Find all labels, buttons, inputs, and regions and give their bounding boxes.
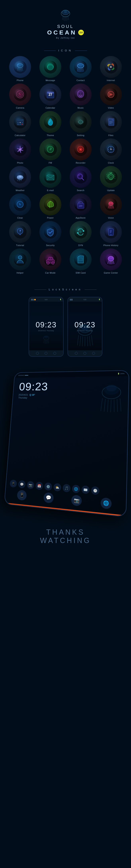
appstore-label: AppStore xyxy=(76,217,86,219)
phone-screen-2: 09:23 2015/4/21 Thursday xyxy=(68,302,102,350)
icon-item-tutorial[interactable]: ? Tutorial xyxy=(6,221,34,247)
svg-point-122 xyxy=(79,231,81,233)
ocean-text: OCEAN xyxy=(47,29,77,36)
icon-item-calendar[interactable]: 27 NOV Calendar xyxy=(36,84,65,109)
clock-label: Clock xyxy=(108,162,114,164)
svg-point-42 xyxy=(22,124,23,125)
svg-point-28 xyxy=(81,93,83,94)
icon-item-power[interactable]: Power xyxy=(36,193,65,219)
icon-item-voice[interactable]: Voice xyxy=(97,193,125,219)
icon-item-security[interactable]: Security xyxy=(36,221,65,247)
message-icon-circle xyxy=(39,56,61,78)
calculator-icon-circle xyxy=(9,111,31,133)
gamecenter-label: Game Center xyxy=(104,272,118,274)
icon-item-message[interactable]: Message xyxy=(36,56,65,82)
icon-item-syn[interactable]: SYN xyxy=(66,221,95,247)
jellyfish-logo xyxy=(60,8,71,22)
phone-screen-1: 09:23 2015/4/21 Thursday xyxy=(29,302,63,350)
icon-item-weather[interactable]: Weather xyxy=(6,166,34,191)
icon-section-title: ICON xyxy=(0,45,131,54)
battery-info: 🔋 100% xyxy=(118,373,124,374)
svg-rect-36 xyxy=(17,120,23,121)
svg-point-12 xyxy=(78,63,83,67)
icon-item-helper[interactable]: Helper xyxy=(6,248,34,274)
svg-text:?: ? xyxy=(19,229,21,233)
clear-label: Clear xyxy=(17,217,23,219)
version-badge: 2.0 xyxy=(78,30,84,35)
svg-rect-50 xyxy=(108,119,114,126)
icon-item-phone[interactable]: Phone xyxy=(6,56,34,82)
carmode-label: Car Mode xyxy=(45,272,56,274)
icon-item-fm[interactable]: FM xyxy=(36,138,65,164)
simcard-icon-circle xyxy=(70,248,92,270)
recorder-icon-circle xyxy=(70,138,92,160)
icon-item-recorder[interactable]: Recorder xyxy=(66,138,95,164)
thanks-section: THANKS WATCHING xyxy=(0,512,131,557)
dock-camera: 📷 xyxy=(71,495,82,506)
large-phone-section: 2015/4/21 ■■■■ 🔋 100% 09:23 2015/4/21 Q … xyxy=(0,365,131,512)
phone-date-2: 2015/4/21 Thursday xyxy=(74,330,95,331)
svg-point-63 xyxy=(80,149,81,150)
svg-point-105 xyxy=(19,203,20,204)
icon-item-video[interactable]: Video xyxy=(97,84,125,109)
svg-point-138 xyxy=(47,262,48,264)
icon-item-update[interactable]: Update xyxy=(97,166,125,191)
theme-icon-circle xyxy=(39,111,61,133)
icon-item-appstore[interactable]: APP AppStore xyxy=(66,193,95,219)
icon-item-music[interactable]: Music xyxy=(66,84,95,109)
icon-item-camera[interactable]: Camera xyxy=(6,84,34,109)
icon-item-email[interactable]: E-mail xyxy=(36,166,65,191)
icon-item-files[interactable]: Files xyxy=(97,111,125,136)
svg-point-3 xyxy=(14,61,27,73)
phonehistory-label: Phone History xyxy=(103,244,119,247)
svg-point-2 xyxy=(64,11,67,13)
contact-icon-circle xyxy=(70,56,92,78)
nav-back-2 xyxy=(75,352,78,355)
phone-top-bar-2: ▐▐▐ 9:23 🔋 xyxy=(68,297,102,302)
svg-point-140 xyxy=(52,262,54,264)
files-label: Files xyxy=(108,134,113,136)
icon-item-photo[interactable]: Photo xyxy=(6,138,34,164)
message-label: Message xyxy=(45,79,55,82)
icon-item-setting[interactable]: Setting xyxy=(66,111,95,136)
title-block: SOUL OCEAN 2.0 By Jeffrey lee xyxy=(47,24,84,39)
nav-back-1 xyxy=(36,352,39,355)
phone-time-2: 09:23 xyxy=(74,321,95,329)
icon-item-clock[interactable]: Clock xyxy=(97,138,125,164)
mini-icon-music: 🎵 xyxy=(63,484,71,492)
icon-item-phonehistory[interactable]: Phone History xyxy=(97,221,125,247)
icon-item-theme[interactable]: Theme xyxy=(36,111,65,136)
icon-item-clear[interactable]: Clear xyxy=(6,193,34,219)
icon-item-gamecenter[interactable]: Game Center xyxy=(97,248,125,274)
icon-item-simcard[interactable]: SIM Card xyxy=(66,248,95,274)
tutorial-label: Tutorial xyxy=(16,244,24,247)
svg-point-112 xyxy=(109,203,110,204)
dock-message: 💬 xyxy=(43,492,54,503)
contact-label: Contact xyxy=(76,79,85,82)
svg-point-152 xyxy=(112,258,112,258)
mini-icon-calendar: 📅 xyxy=(35,482,43,490)
security-label: Security xyxy=(46,244,55,247)
setting-icon-circle xyxy=(70,111,92,133)
security-icon-circle xyxy=(39,221,61,243)
icon-item-carmode[interactable]: Car Mode xyxy=(36,248,65,274)
icon-item-internet[interactable]: Internet xyxy=(97,56,125,82)
nav-menu-2 xyxy=(92,352,95,355)
email-icon-circle xyxy=(39,166,61,188)
icon-item-search[interactable]: Search xyxy=(66,166,95,191)
phone-mockup-1: ▐▐▐ 📶 9:23 🔋 09:23 2015/4/21 Thursday xyxy=(29,297,64,357)
syn-icon-circle xyxy=(70,221,92,243)
appstore-icon-circle: APP xyxy=(70,193,92,215)
recorder-label: Recorder xyxy=(76,162,86,164)
phone-jellyfish-1 xyxy=(42,334,50,344)
svg-point-19 xyxy=(19,93,20,94)
icon-item-contact[interactable]: Contact xyxy=(66,56,95,82)
calendar-label: Calendar xyxy=(45,106,55,109)
clear-icon-circle xyxy=(9,193,31,215)
svg-text:NOV: NOV xyxy=(48,92,52,93)
icon-item-calculator[interactable]: Calculator xyxy=(6,111,34,136)
nav-home-2 xyxy=(84,352,86,355)
lockscreen-section: LockScreen ▐▐▐ 📶 9:23 🔋 09:23 2015/4/21 … xyxy=(0,280,131,365)
svg-point-40 xyxy=(18,124,19,125)
video-label: Video xyxy=(108,106,114,109)
